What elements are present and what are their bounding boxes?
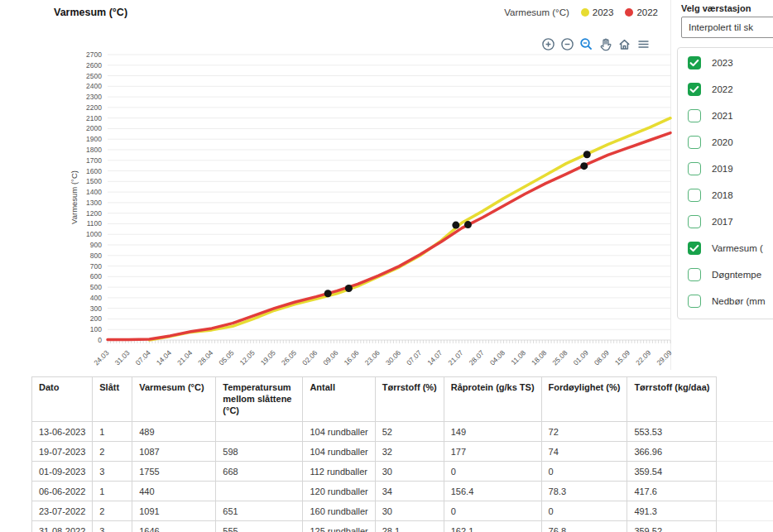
x-tick-label: 26.05 bbox=[280, 348, 298, 367]
y-tick-label: 2200 bbox=[86, 103, 102, 112]
y-tick-label: 1900 bbox=[86, 135, 102, 143]
y-tick-label: 1400 bbox=[86, 188, 102, 196]
checkbox-unchecked-icon[interactable] bbox=[688, 189, 701, 202]
filter-item-label: Varmesum ( bbox=[712, 243, 763, 253]
harvest-table: DatoSlåttVarmesum (°C)Temperatursum mell… bbox=[31, 376, 773, 532]
table-cell: 2 bbox=[93, 442, 132, 462]
harvest-marker-dot bbox=[583, 151, 591, 158]
series-line-2023 bbox=[149, 118, 670, 340]
checkbox-checked-icon[interactable] bbox=[688, 83, 701, 96]
filter-item-label: 2022 bbox=[712, 84, 733, 94]
table-cell: 1 bbox=[93, 482, 132, 501]
filter-item-2017[interactable]: 2017 bbox=[688, 215, 773, 228]
y-tick-label: 1700 bbox=[86, 156, 102, 165]
varmesum-chart[interactable]: 0100200300400500600700800900100011001200… bbox=[0, 46, 679, 372]
y-tick-label: 1100 bbox=[87, 219, 103, 228]
table-cell: 417.6 bbox=[627, 482, 717, 501]
filter-item-2023[interactable]: 2023 bbox=[688, 56, 773, 69]
table-cell: 359.52 bbox=[627, 521, 717, 532]
x-tick-label: 14.07 bbox=[425, 348, 444, 367]
column-header: Varmesum (°C) bbox=[132, 377, 216, 422]
x-tick-label: 19.05 bbox=[259, 348, 277, 367]
table-cell: 28.1 bbox=[375, 521, 444, 532]
table-cell: 3 bbox=[93, 462, 132, 482]
filter-item-2018[interactable]: 2018 bbox=[688, 189, 773, 202]
harvest-marker-dot bbox=[464, 221, 472, 228]
checkbox-checked-icon[interactable] bbox=[688, 56, 701, 69]
checkbox-unchecked-icon[interactable] bbox=[688, 109, 701, 122]
y-tick-label: 1600 bbox=[86, 167, 102, 175]
filter-item-2019[interactable]: 2019 bbox=[688, 162, 773, 175]
filter-item-2022[interactable]: 2022 bbox=[688, 83, 773, 96]
filter-item-d-gntempe[interactable]: Døgntempe bbox=[688, 268, 773, 281]
column-header: Dato bbox=[32, 377, 93, 422]
table-cell bbox=[216, 482, 303, 501]
filter-item-2020[interactable]: 2020 bbox=[688, 136, 773, 149]
station-input[interactable] bbox=[681, 17, 773, 38]
table-cell: 553.53 bbox=[627, 422, 717, 442]
harvest-marker-dot bbox=[345, 285, 353, 292]
checkbox-unchecked-icon[interactable] bbox=[688, 136, 701, 149]
filter-item-label: 2023 bbox=[712, 58, 733, 68]
filter-item-varmesum[interactable]: Varmesum ( bbox=[688, 242, 773, 255]
table-cell: 0 bbox=[444, 462, 541, 482]
filter-item-2021[interactable]: 2021 bbox=[688, 109, 773, 122]
x-tick-label: 24.03 bbox=[92, 348, 110, 367]
checkbox-unchecked-icon[interactable] bbox=[688, 295, 701, 308]
table-cell: 651 bbox=[216, 501, 303, 521]
checkbox-unchecked-icon[interactable] bbox=[688, 268, 701, 281]
harvest-marker-dot bbox=[452, 222, 459, 229]
checkbox-checked-icon[interactable] bbox=[688, 242, 701, 255]
table-row: 31-08-202231646555125 rundballer28.1162.… bbox=[32, 521, 773, 532]
legend-dot-icon bbox=[581, 8, 589, 17]
legend-item-2023[interactable]: 2023 bbox=[581, 7, 614, 17]
table-cell: 149 bbox=[444, 422, 541, 442]
legend-item-2022[interactable]: 2022 bbox=[625, 7, 658, 17]
table-cell: 440 bbox=[132, 482, 216, 501]
checkbox-unchecked-icon[interactable] bbox=[688, 162, 701, 175]
y-tick-label: 1800 bbox=[86, 146, 102, 154]
table-cell-cutoff bbox=[717, 482, 773, 501]
table-cell: 160 rundballer bbox=[303, 501, 375, 521]
table-cell: 30 bbox=[375, 501, 444, 521]
table-cell: 1755 bbox=[132, 462, 216, 482]
app-window: Varmesum (°C) Varmesum (°C) 20232022 010… bbox=[0, 0, 773, 532]
y-tick-label: 100 bbox=[90, 325, 102, 333]
column-header: Fordøylighet (%) bbox=[541, 377, 627, 422]
column-header: Tørrstoff (kg/daa) bbox=[627, 377, 717, 422]
table-cell: 104 rundballer bbox=[303, 422, 375, 442]
table-cell: 0 bbox=[541, 462, 627, 482]
table-cell: 31-08-2022 bbox=[32, 521, 93, 532]
table-cell: 30 bbox=[375, 462, 444, 482]
y-tick-label: 2500 bbox=[86, 72, 102, 80]
x-tick-label: 02.06 bbox=[300, 348, 319, 367]
table-cell-cutoff bbox=[717, 462, 773, 482]
table-cell: 76.8 bbox=[541, 521, 627, 532]
x-tick-label: 28.04 bbox=[196, 348, 214, 367]
table-cell: 555 bbox=[216, 521, 303, 532]
table-header-row: DatoSlåttVarmesum (°C)Temperatursum mell… bbox=[32, 377, 773, 422]
table-cell: 3 bbox=[93, 521, 132, 532]
table-cell: 1091 bbox=[132, 501, 216, 521]
legend-series: 20232022 bbox=[581, 7, 658, 17]
table-cell: 1 bbox=[93, 422, 132, 442]
filter-item-nedb-r-mm[interactable]: Nedbør (mm bbox=[688, 295, 773, 308]
x-tick-label: 12.05 bbox=[238, 348, 257, 367]
y-tick-label: 300 bbox=[90, 304, 102, 313]
table-cell: 0 bbox=[444, 501, 541, 521]
harvest-marker-dot bbox=[324, 290, 332, 297]
legend-title: Varmesum (°C) bbox=[504, 7, 569, 17]
table-cell-cutoff bbox=[717, 442, 773, 462]
table-cell-cutoff bbox=[717, 521, 773, 532]
checkbox-unchecked-icon[interactable] bbox=[688, 215, 701, 228]
table-cell: 74 bbox=[541, 442, 627, 462]
legend-item-label: 2022 bbox=[636, 7, 658, 17]
station-filter-panel: 2023202220212020201920182017Varmesum (Dø… bbox=[677, 47, 773, 319]
y-tick-label: 2100 bbox=[86, 114, 102, 122]
table-cell: 0 bbox=[541, 501, 627, 521]
table-row: 23-07-202221091651160 rundballer3000491.… bbox=[32, 501, 773, 521]
table-cell: 668 bbox=[216, 462, 303, 482]
table-row: 01-09-202331755668112 rundballer3000359.… bbox=[32, 462, 773, 482]
table-cell: 120 rundballer bbox=[303, 482, 375, 501]
x-tick-label: 07.04 bbox=[134, 348, 152, 367]
